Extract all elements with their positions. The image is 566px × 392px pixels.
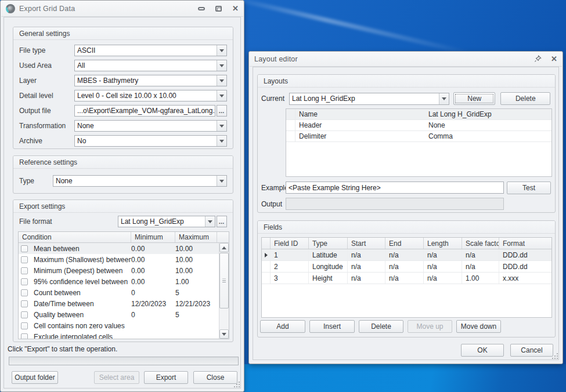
condition-min[interactable]: 0.00 (131, 278, 175, 286)
cell-start[interactable]: n/a (348, 273, 385, 284)
cell-scale-factor[interactable]: 1.00 (462, 273, 499, 284)
scroll-up-icon[interactable] (219, 243, 229, 252)
condition-max[interactable]: 10.00 (175, 245, 219, 253)
checkbox[interactable] (21, 333, 28, 339)
condition-min[interactable]: 12/20/2023 (131, 300, 175, 308)
column-header-field-id[interactable]: Field ID (271, 238, 309, 249)
layer-combo[interactable]: MBES - Bathymetry (74, 75, 227, 86)
ok-button[interactable]: OK (461, 344, 504, 357)
condition-max[interactable]: 12/21/2023 (175, 300, 219, 308)
output-folder-button[interactable]: Output folder (12, 371, 58, 384)
condition-min[interactable]: 0.00 (131, 267, 175, 275)
condition-max[interactable]: 1.00 (175, 278, 219, 286)
move-down-button[interactable]: Move down (456, 320, 501, 333)
table-row[interactable]: Quality between 0 5 (19, 309, 219, 320)
select-area-button[interactable]: Select area (94, 371, 139, 384)
add-field-button[interactable]: Add (260, 320, 305, 333)
archive-combo[interactable]: No (74, 135, 227, 147)
table-row[interactable]: 2 Longitude n/a n/a n/a n/a DDD.dd (262, 261, 551, 273)
cell-length[interactable]: n/a (424, 273, 462, 284)
cell-field-id[interactable]: 1 (271, 249, 309, 260)
cell-type[interactable]: Latitude (309, 249, 348, 260)
column-header-minimum[interactable]: Minimum (131, 232, 175, 242)
delete-field-button[interactable]: Delete (359, 320, 403, 333)
checkbox[interactable] (21, 289, 28, 296)
table-row[interactable]: 1 Latitude n/a n/a n/a n/a DDD.dd (262, 249, 551, 261)
pin-icon[interactable] (534, 55, 542, 63)
file-format-browse-button[interactable]: … (217, 216, 227, 227)
condition-max[interactable]: 5 (175, 289, 219, 297)
chevron-down-icon[interactable] (217, 45, 226, 56)
condition-min[interactable]: 0 (131, 311, 175, 319)
reference-type-combo[interactable]: None (53, 175, 227, 187)
chevron-down-icon[interactable] (439, 93, 449, 104)
cell-scale-factor[interactable]: n/a (462, 249, 499, 260)
layout-editor-titlebar[interactable]: Layout editor ✕ (250, 52, 562, 67)
scroll-down-icon[interactable] (219, 329, 229, 339)
column-header-end[interactable]: End (385, 238, 424, 249)
cell-field-id[interactable]: 2 (271, 261, 309, 272)
chevron-down-icon[interactable] (217, 75, 226, 86)
delete-layout-button[interactable]: Delete (500, 92, 550, 105)
column-header-format[interactable]: Format (499, 238, 551, 249)
close-icon[interactable]: ✕ (232, 5, 239, 12)
cell-end[interactable]: n/a (385, 249, 424, 260)
condition-min[interactable]: 0 (131, 289, 175, 297)
table-row[interactable]: Mean between 0.00 10.00 (19, 243, 219, 254)
column-header-condition[interactable]: Condition (19, 232, 131, 242)
new-layout-button[interactable]: New (453, 92, 495, 105)
detail-level-combo[interactable]: Level 0 - Cell size 10.00 x 10.00 (74, 90, 227, 101)
condition-min[interactable]: 0.00 (131, 256, 175, 264)
table-row[interactable]: Cell contains non zero values (19, 320, 219, 331)
checkbox[interactable] (21, 267, 28, 274)
column-header-maximum[interactable]: Maximum (175, 232, 217, 242)
cancel-button[interactable]: Cancel (510, 344, 553, 357)
property-row[interactable]: Name Lat Long H_GridExp (286, 109, 551, 120)
file-format-combo[interactable]: Lat Long H_GridExp (118, 216, 215, 227)
cell-end[interactable]: n/a (385, 261, 424, 272)
table-row[interactable]: Count between 0 5 (19, 287, 219, 298)
transformation-combo[interactable]: None (74, 120, 227, 132)
column-header-type[interactable]: Type (309, 238, 348, 249)
resize-grip[interactable] (233, 380, 240, 387)
checkbox[interactable] (21, 256, 28, 263)
browse-button[interactable]: … (217, 105, 227, 117)
example-input[interactable]: <Paste Example String Here> (286, 182, 504, 194)
property-row[interactable]: Header None (286, 120, 551, 131)
table-row[interactable]: Date/Time between 12/20/2023 12/21/2023 (19, 298, 219, 309)
minimize-icon[interactable] (198, 7, 205, 10)
table-row[interactable]: Minimum (Deepest) between 0.00 10.00 (19, 265, 219, 276)
table-row[interactable]: Exclude interpolated cells (19, 331, 219, 339)
export-button[interactable]: Export (144, 371, 188, 384)
condition-max[interactable]: 5 (175, 311, 219, 319)
checkbox[interactable] (21, 311, 28, 318)
checkbox[interactable] (21, 322, 28, 329)
output-file-input[interactable]: ...o\Export\Example_VOM-qgfarea_LatLong.… (74, 105, 215, 117)
chevron-down-icon[interactable] (217, 90, 226, 101)
column-header-length[interactable]: Length (424, 238, 462, 249)
checkbox[interactable] (21, 278, 28, 285)
chevron-down-icon[interactable] (205, 216, 215, 227)
cell-start[interactable]: n/a (348, 249, 385, 260)
restore-icon[interactable] (215, 6, 222, 12)
condition-min[interactable]: 0.00 (131, 245, 175, 253)
table-row[interactable]: 3 Height n/a n/a n/a 1.00 x.xxx (262, 273, 551, 284)
condition-max[interactable]: 10.00 (175, 267, 219, 275)
close-icon[interactable]: ✕ (551, 55, 557, 63)
cell-end[interactable]: n/a (385, 273, 424, 284)
insert-field-button[interactable]: Insert (309, 320, 355, 333)
chevron-down-icon[interactable] (217, 136, 226, 146)
table-row[interactable]: Maximum (Shallowest) between 0.00 10.00 (19, 254, 219, 265)
resize-grip[interactable] (551, 352, 558, 359)
cell-type[interactable]: Height (309, 273, 348, 284)
used-area-combo[interactable]: All (74, 60, 227, 71)
file-type-combo[interactable]: ASCII (74, 45, 227, 56)
cell-length[interactable]: n/a (424, 249, 462, 260)
cell-type[interactable]: Longitude (309, 261, 348, 272)
property-row[interactable]: Delimiter Comma (286, 131, 551, 142)
close-button[interactable]: Close (193, 371, 237, 384)
property-value[interactable]: Lat Long H_GridExp (425, 110, 551, 118)
cell-format[interactable]: DDD.dd (499, 249, 551, 260)
chevron-down-icon[interactable] (217, 60, 226, 71)
cell-format[interactable]: x.xxx (499, 273, 551, 284)
